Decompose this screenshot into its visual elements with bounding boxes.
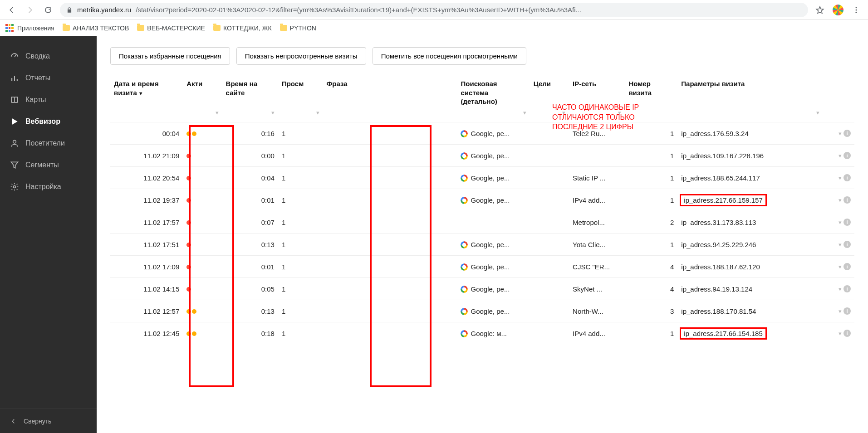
info-icon[interactable]: i [843, 196, 851, 204]
mark-seen-button[interactable]: Пометить все посещения просмотренными [373, 47, 526, 65]
cell-activity [183, 122, 222, 145]
col-phrase-header[interactable]: Фраза [323, 75, 457, 109]
filter-icon[interactable]: ▾ [839, 263, 842, 270]
info-icon[interactable]: i [843, 174, 851, 181]
cell-controls: ▾i [823, 322, 854, 345]
filter-icon[interactable]: ▾ [839, 197, 842, 204]
bookmark-item[interactable]: ВЕБ-МАСТЕРСКИЕ [137, 24, 205, 32]
apps-button[interactable]: Приложения [5, 24, 54, 32]
forward-button[interactable] [24, 4, 36, 16]
cell-time: 0:07 [222, 211, 278, 234]
filter-icon[interactable]: ▾ [216, 109, 219, 116]
filter-icon[interactable]: ▾ [816, 109, 819, 116]
filter-icon[interactable]: ▾ [523, 109, 526, 116]
info-icon[interactable]: i [843, 152, 851, 159]
filter-icon[interactable]: ▾ [839, 219, 842, 226]
filter-icon[interactable]: ▾ [839, 130, 842, 137]
filter-icon[interactable]: ▾ [839, 152, 842, 159]
filter-icon[interactable]: ▾ [839, 175, 842, 181]
cell-controls: ▾i [823, 256, 854, 278]
table-row[interactable]: 11.02 17:570:071Metropol...2ip_adress.31… [110, 211, 854, 234]
bookmark-label: PYTHON [290, 24, 316, 32]
bookmark-item[interactable]: КОТТЕДЖИ, ЖК [213, 24, 272, 32]
table-row[interactable]: 11.02 14:150:051Google, ре...SkyNet ...4… [110, 278, 854, 300]
sidebar-item-settings[interactable]: Настройка [0, 176, 97, 198]
cell-activity [183, 211, 222, 234]
cell-views: 1 [278, 278, 323, 300]
table-row[interactable]: 11.02 21:090:001Google, ре...1ip_adress.… [110, 145, 854, 167]
sidebar-collapse[interactable]: Свернуть [0, 409, 97, 433]
sidebar-item-segments[interactable]: Сегменты [0, 154, 97, 176]
col-params-header[interactable]: Параметры визита [677, 75, 823, 109]
menu-icon[interactable] [850, 4, 863, 16]
cell-views: 1 [278, 145, 323, 167]
cell-phrase [323, 300, 457, 322]
col-activity-header[interactable]: Акти [183, 75, 222, 109]
cell-ipnet [569, 145, 625, 167]
cell-activity [183, 322, 222, 345]
table-row[interactable]: 11.02 17:510:131Google, ре...Yota Clie..… [110, 234, 854, 256]
filter-icon[interactable]: ▾ [839, 241, 842, 248]
bars-icon [10, 73, 19, 83]
table-row[interactable]: 11.02 17:090:011Google, ре...CJSC "ER...… [110, 256, 854, 278]
cell-controls: ▾i [823, 167, 854, 189]
col-date-header[interactable]: Дата и время визита [110, 75, 183, 109]
reload-button[interactable] [42, 4, 54, 16]
star-icon[interactable] [814, 4, 826, 16]
sidebar-item-webvisor[interactable]: Вебвизор [0, 111, 97, 132]
cell-goals [530, 234, 569, 256]
table-row[interactable]: 00:040:161Google, ре...Tele2 Ru...1ip_ad… [110, 122, 854, 145]
table-row[interactable]: 11.02 12:570:131Google, ре...North-W...3… [110, 300, 854, 322]
cell-search: Google, ре... [457, 167, 530, 189]
bookmark-item[interactable]: PYTHON [280, 24, 316, 32]
col-search-header[interactable]: Поисковая система (детально) [457, 75, 530, 109]
info-icon[interactable]: i [843, 219, 851, 226]
filter-icon[interactable]: ▾ [839, 330, 842, 337]
svg-point-2 [856, 11, 857, 13]
bookmark-label: АНАЛИЗ ТЕКСТОВ [73, 24, 129, 32]
filter-icon[interactable]: ▾ [271, 109, 275, 116]
cell-ipnet: North-W... [569, 300, 625, 322]
cell-date: 11.02 14:15 [110, 278, 183, 300]
col-goals-header[interactable]: Цели [530, 75, 569, 109]
sidebar-item-maps[interactable]: Карты [0, 89, 97, 111]
filter-icon[interactable]: ▾ [562, 109, 565, 116]
info-icon[interactable]: i [843, 330, 851, 337]
info-icon[interactable]: i [843, 285, 851, 292]
address-bar[interactable]: metrika.yandex.ru/stat/visor?period=2020… [60, 3, 808, 17]
google-icon [461, 330, 468, 337]
table-row[interactable]: 11.02 12:450:181Google: м...IPv4 add...1… [110, 322, 854, 345]
col-views-header[interactable]: Просм [278, 75, 323, 109]
show-unseen-button[interactable]: Показать непросмотренные визиты [236, 47, 366, 65]
col-ipnet-header[interactable]: IP-сеть [569, 75, 625, 109]
sidebar-item-summary[interactable]: Сводка [0, 45, 97, 67]
cell-date: 11.02 19:37 [110, 189, 183, 211]
cell-controls: ▾i [823, 300, 854, 322]
info-icon[interactable]: i [843, 307, 851, 315]
cell-views: 1 [278, 167, 323, 189]
show-favorites-button[interactable]: Показать избранные посещения [110, 47, 230, 65]
back-button[interactable] [5, 4, 18, 16]
extension-icon[interactable] [832, 4, 844, 16]
cell-views: 1 [278, 211, 323, 234]
sidebar-item-visitors[interactable]: Посетители [0, 132, 97, 154]
cell-search: Google, ре... [457, 278, 530, 300]
table-row[interactable]: 11.02 19:370:011Google, ре...IPv4 add...… [110, 189, 854, 211]
cell-number: 3 [625, 300, 677, 322]
filter-icon[interactable]: ▾ [316, 109, 319, 116]
info-icon[interactable]: i [843, 263, 851, 270]
bookmark-item[interactable]: АНАЛИЗ ТЕКСТОВ [63, 24, 129, 32]
col-number-header[interactable]: Номер визита [625, 75, 677, 109]
cell-time: 0:13 [222, 300, 278, 322]
bookmark-label: КОТТЕДЖИ, ЖК [223, 24, 272, 32]
filter-icon[interactable]: ▾ [839, 308, 842, 315]
filter-icon[interactable]: ▾ [618, 109, 621, 116]
cell-params: ip_adress.217.66.159.157 [677, 189, 823, 211]
cell-time: 0:05 [222, 278, 278, 300]
sidebar-item-reports[interactable]: Отчеты [0, 67, 97, 89]
info-icon[interactable]: i [843, 241, 851, 248]
filter-icon[interactable]: ▾ [839, 286, 842, 292]
col-time-header[interactable]: Время на сайте [222, 75, 278, 109]
info-icon[interactable]: i [843, 130, 851, 137]
table-row[interactable]: 11.02 20:540:041Google, ре...Static IP .… [110, 167, 854, 189]
